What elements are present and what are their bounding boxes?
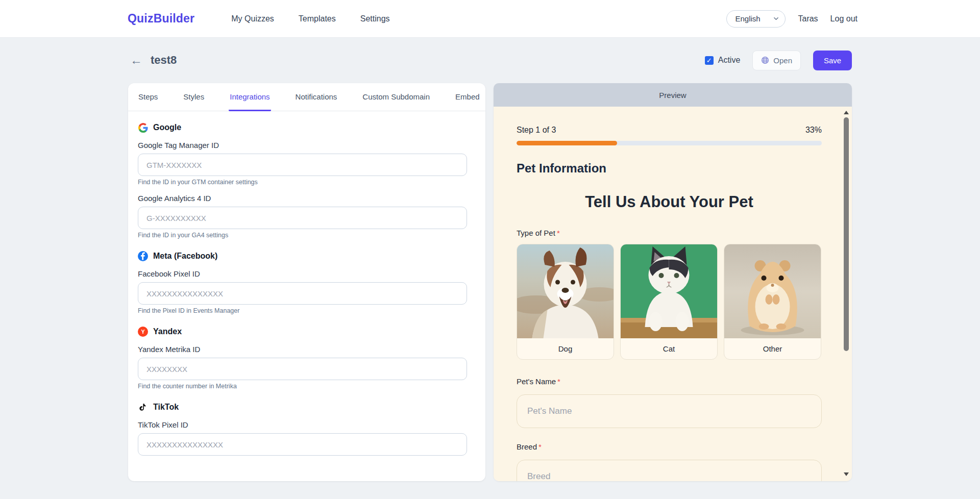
tab-custom-subdomain[interactable]: Custom Subdomain	[361, 83, 431, 111]
scroll-down-icon[interactable]	[844, 472, 849, 476]
open-button[interactable]: Open	[752, 51, 801, 70]
nav-item-my-quizzes[interactable]: My Quizzes	[231, 14, 274, 23]
integration-section-tiktok: TikTok TikTok Pixel ID	[138, 402, 457, 456]
step-indicator: Step 1 of 3	[517, 126, 556, 135]
active-toggle[interactable]: ✓ Active	[705, 56, 741, 65]
integration-section-google: Google Google Tag Manager ID Find the ID…	[138, 122, 457, 239]
field-label: Google Tag Manager ID	[138, 141, 457, 149]
integration-title: Meta (Facebook)	[153, 252, 217, 261]
top-navbar: QuizBuilder My Quizzes Templates Setting…	[0, 0, 980, 38]
field-hint: Find the Pixel ID in Events Manager	[138, 307, 457, 314]
open-button-label: Open	[773, 56, 792, 65]
nav-item-settings[interactable]: Settings	[360, 14, 390, 23]
field-hint: Find the counter number in Metrika	[138, 383, 457, 390]
scrollbar-thumb[interactable]	[844, 117, 849, 351]
integration-title: Google	[153, 123, 181, 132]
field-label: Google Analytics 4 ID	[138, 194, 457, 203]
logout-link[interactable]: Log out	[830, 14, 857, 23]
editor-panel: Steps Styles Integrations Notifications …	[128, 83, 485, 481]
pets-name-label: Pet's Name*	[517, 377, 822, 386]
pets-name-input[interactable]	[517, 394, 822, 428]
language-selected-value: English	[735, 14, 760, 23]
required-asterisk: *	[538, 442, 542, 451]
field-hint: Find the ID in your GTM container settin…	[138, 179, 457, 186]
quiz-header: ← test8 ✓ Active Open Save	[0, 38, 980, 83]
option-card-cat[interactable]: Cat	[620, 244, 718, 360]
option-label-other: Other	[724, 338, 821, 359]
breed-input[interactable]	[517, 460, 822, 481]
back-button[interactable]: ←	[130, 54, 142, 66]
type-of-pet-label: Type of Pet*	[517, 229, 822, 237]
facebook-icon	[138, 251, 148, 261]
field-label: Facebook Pixel ID	[138, 269, 457, 278]
user-name[interactable]: Taras	[798, 14, 818, 23]
facebook-pixel-input[interactable]	[138, 282, 467, 305]
google-icon	[138, 122, 148, 133]
tiktok-icon	[138, 402, 148, 412]
scroll-up-icon[interactable]	[844, 111, 849, 114]
progress-bar-fill	[517, 141, 617, 145]
cat-photo	[621, 244, 717, 338]
progress-bar	[517, 141, 822, 145]
active-label: Active	[718, 56, 741, 65]
integration-section-meta: Meta (Facebook) Facebook Pixel ID Find t…	[138, 251, 457, 314]
brand-logo[interactable]: QuizBuilder	[128, 12, 194, 26]
required-asterisk: *	[557, 229, 560, 237]
preview-question-title: Tell Us About Your Pet	[517, 193, 822, 211]
nav-item-templates[interactable]: Templates	[299, 14, 336, 23]
ga4-id-input[interactable]	[138, 207, 467, 229]
language-select[interactable]: English	[726, 10, 786, 28]
yandex-icon: Y	[138, 327, 148, 337]
preview-header: Preview	[494, 83, 852, 107]
tab-notifications[interactable]: Notifications	[295, 83, 338, 111]
tab-integrations[interactable]: Integrations	[229, 83, 271, 111]
preview-panel: Preview Step 1 of 3 33% Pet Information …	[494, 83, 852, 481]
progress-percent: 33%	[805, 126, 822, 135]
chevron-down-icon	[773, 16, 779, 21]
globe-icon	[761, 56, 769, 64]
preview-scrollbar[interactable]	[843, 109, 850, 479]
integration-title: TikTok	[153, 403, 179, 412]
field-label: TikTok Pixel ID	[138, 420, 457, 429]
preview-body: Step 1 of 3 33% Pet Information Tell Us …	[494, 107, 852, 481]
option-card-other[interactable]: Other	[724, 244, 821, 360]
hamster-photo	[724, 244, 821, 338]
required-asterisk: *	[557, 377, 560, 386]
yandex-metrika-input[interactable]	[138, 358, 467, 380]
preview-section-title: Pet Information	[517, 161, 822, 176]
field-label: Yandex Metrika ID	[138, 345, 457, 354]
save-button[interactable]: Save	[813, 51, 852, 70]
integrations-content: Google Google Tag Manager ID Find the ID…	[128, 111, 485, 481]
integration-title: Yandex	[153, 327, 182, 336]
tab-embed[interactable]: Embed	[454, 83, 481, 111]
gtm-id-input[interactable]	[138, 154, 467, 176]
dog-photo	[517, 244, 614, 338]
field-hint: Find the ID in your GA4 settings	[138, 232, 457, 239]
main-nav: My Quizzes Templates Settings	[231, 14, 389, 23]
option-label-dog: Dog	[517, 338, 614, 359]
option-label-cat: Cat	[621, 338, 717, 359]
breed-label: Breed*	[517, 442, 822, 451]
tab-styles[interactable]: Styles	[182, 83, 205, 111]
editor-tabs: Steps Styles Integrations Notifications …	[128, 83, 485, 111]
svg-text:Y: Y	[141, 329, 145, 335]
pet-type-options: Dog	[517, 244, 822, 360]
tab-steps[interactable]: Steps	[137, 83, 159, 111]
active-checkbox[interactable]: ✓	[705, 56, 714, 65]
quiz-title: test8	[151, 54, 177, 67]
integration-section-yandex: Y Yandex Yandex Metrika ID Find the coun…	[138, 327, 457, 390]
tiktok-pixel-input[interactable]	[138, 433, 467, 456]
option-card-dog[interactable]: Dog	[517, 244, 614, 360]
